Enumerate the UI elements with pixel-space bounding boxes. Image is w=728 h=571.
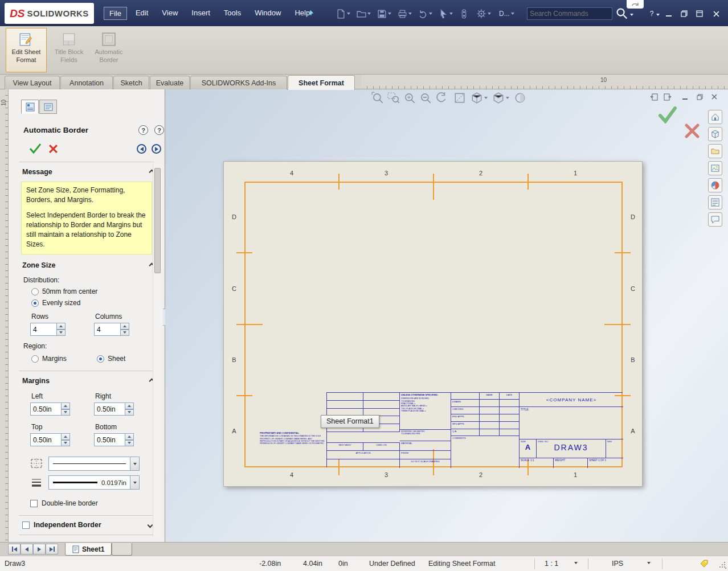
options-button[interactable]	[476, 7, 491, 20]
radio-margins[interactable]: Margins	[31, 355, 67, 363]
forum-button[interactable]	[708, 212, 722, 227]
sheet1-tab[interactable]: Sheet1	[65, 543, 112, 556]
spin-up-button[interactable]	[125, 402, 134, 409]
spin-up-button[interactable]	[62, 402, 70, 409]
first-sheet-button[interactable]	[8, 544, 21, 554]
units-chevron-icon[interactable]	[647, 562, 651, 564]
resize-grip[interactable]	[719, 562, 726, 569]
menu-edit[interactable]: Edit	[130, 7, 153, 20]
independent-border-section-header[interactable]: Independent Border	[22, 521, 152, 529]
menu-view[interactable]: View	[157, 7, 183, 20]
spin-down-button[interactable]	[125, 440, 134, 447]
tag-icon[interactable]	[700, 559, 709, 568]
forward-button[interactable]	[152, 144, 161, 154]
search-commands-box[interactable]	[527, 7, 612, 20]
automatic-border-button[interactable]: Automatic Border	[90, 28, 128, 72]
view-settings-icon[interactable]	[514, 92, 526, 104]
design-library-button[interactable]	[708, 127, 722, 141]
chevron-down-icon[interactable]	[484, 97, 488, 99]
message-section-header[interactable]: Message	[22, 168, 152, 176]
spin-down-button[interactable]	[57, 330, 66, 336]
menu-tools[interactable]: Tools	[219, 7, 246, 20]
drawing-sheet[interactable]: 4 3 2 1 4 3 2 1 D C B A D C B A	[223, 161, 643, 487]
chevron-down-icon[interactable]	[388, 13, 391, 15]
display-style-icon[interactable]	[492, 92, 505, 104]
search-input[interactable]	[530, 10, 610, 18]
title-block[interactable]: NEXT ASSY USED ON APPLICATION UNLESS OTH…	[326, 392, 623, 467]
restore-button[interactable]	[678, 8, 690, 19]
rows-spinner[interactable]	[30, 323, 66, 336]
chevron-down-icon[interactable]	[429, 13, 432, 15]
chevron-down-icon[interactable]	[488, 13, 491, 15]
doc-close-button[interactable]	[709, 92, 720, 101]
next-sheet-button[interactable]	[33, 544, 46, 554]
spin-up-button[interactable]	[121, 323, 129, 330]
search-scope-chevron-icon[interactable]	[630, 14, 633, 16]
spin-up-button[interactable]	[57, 323, 66, 330]
menu-file[interactable]: File	[104, 7, 127, 20]
rebuild-button[interactable]	[459, 7, 469, 20]
dropdown-button[interactable]	[130, 476, 139, 489]
border-line-style-dropdown[interactable]	[48, 457, 140, 471]
zone-size-section-header[interactable]: Zone Size	[22, 261, 152, 269]
bottom-margin-input[interactable]	[94, 433, 125, 446]
help-icon[interactable]: ?	[154, 125, 164, 135]
doc-restore-button[interactable]	[694, 92, 705, 101]
independent-border-checkbox[interactable]	[22, 521, 30, 529]
spin-down-button[interactable]	[121, 330, 129, 336]
scale-chevron-icon[interactable]	[574, 562, 578, 564]
right-margin-input[interactable]	[94, 402, 125, 416]
zoom-to-fit-icon[interactable]	[371, 92, 384, 104]
sheet-scale[interactable]: 1 : 1	[545, 560, 558, 568]
spin-down-button[interactable]	[62, 409, 70, 416]
d-dropdown-button[interactable]: D...	[499, 7, 514, 20]
search-icon[interactable]	[615, 7, 629, 20]
margins-section-header[interactable]: Margins	[22, 377, 152, 385]
radio-evenly-sized[interactable]: Evenly sized	[31, 299, 80, 307]
new-document-button[interactable]	[336, 7, 350, 20]
propertymanager-tab[interactable]	[21, 100, 39, 114]
chevron-down-icon[interactable]	[367, 13, 371, 15]
appearances-button[interactable]	[708, 178, 722, 192]
confirm-cancel-button[interactable]	[685, 124, 700, 138]
tab-sheet-format[interactable]: Sheet Format	[288, 75, 355, 90]
spin-up-button[interactable]	[125, 433, 134, 440]
zoom-in-out-icon[interactable]	[403, 92, 416, 104]
edit-sheet-format-button[interactable]: Edit Sheet Format	[6, 28, 47, 72]
confirm-ok-button[interactable]	[659, 106, 677, 124]
columns-spinner[interactable]	[94, 323, 129, 336]
chevron-down-icon[interactable]	[511, 13, 514, 15]
section-view-icon[interactable]	[453, 92, 466, 104]
top-margin-spinner[interactable]	[30, 433, 70, 446]
panel-scrollbar[interactable]	[153, 163, 161, 536]
line-thickness-dropdown[interactable]: 0.0197in	[48, 475, 140, 490]
top-margin-input[interactable]	[30, 433, 62, 446]
previous-document-button[interactable]	[648, 92, 660, 101]
chevron-down-icon[interactable]	[506, 97, 509, 99]
undo-button[interactable]	[418, 7, 432, 20]
right-margin-spinner[interactable]	[94, 402, 134, 416]
menu-insert[interactable]: Insert	[186, 7, 215, 20]
save-button[interactable]	[377, 7, 391, 20]
open-button[interactable]	[357, 7, 371, 20]
tab-sketch[interactable]: Sketch	[113, 76, 149, 89]
menu-window[interactable]: Window	[250, 7, 286, 20]
file-explorer-button[interactable]	[708, 144, 722, 158]
previous-view-icon[interactable]	[435, 92, 448, 104]
unit-system[interactable]: IPS	[612, 560, 623, 568]
configuration-tab[interactable]	[39, 100, 57, 114]
home-tab-button[interactable]	[708, 110, 722, 124]
select-button[interactable]	[439, 7, 453, 20]
double-line-border-checkbox[interactable]: Double-line border	[30, 499, 98, 507]
tab-evaluate[interactable]: Evaluate	[150, 76, 190, 89]
view-orientation-icon[interactable]	[471, 92, 483, 104]
tab-annotation[interactable]: Annotation	[60, 76, 113, 89]
tab-solidworks-add-ins[interactable]: SOLIDWORKS Add-Ins	[190, 76, 287, 89]
new-window-button[interactable]	[693, 8, 706, 19]
chevron-down-icon[interactable]	[408, 13, 412, 15]
view-palette-button[interactable]	[708, 161, 722, 175]
rows-input[interactable]	[30, 323, 57, 336]
radio-sheet[interactable]: Sheet	[97, 355, 125, 363]
custom-properties-button[interactable]	[708, 195, 722, 209]
zoom-to-selection-icon[interactable]	[419, 92, 432, 104]
